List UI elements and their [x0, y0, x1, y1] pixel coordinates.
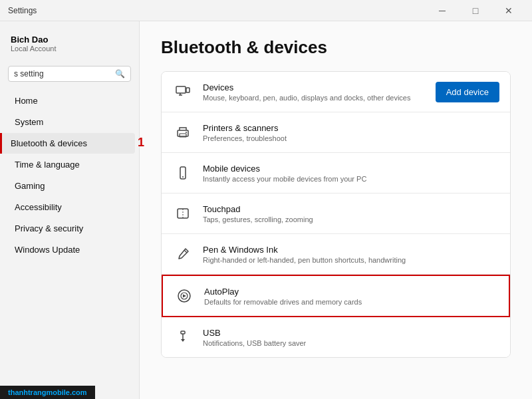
- settings-item-printers[interactable]: Printers & scanners Preferences, trouble…: [162, 112, 510, 153]
- printers-desc: Preferences, troubleshoot: [203, 134, 499, 142]
- devices-title: Devices: [203, 82, 426, 92]
- nav-menu: Home System Bluetooth & devices 1 Time &…: [0, 90, 139, 261]
- app-container: Bich Dao Local Account 🔍 Home System Blu…: [0, 21, 532, 399]
- watermark-text: thanhtrangmobile: [8, 388, 70, 396]
- maximize-button[interactable]: □: [460, 0, 491, 21]
- user-role: Local Account: [11, 45, 128, 53]
- autoplay-text: AutoPlay Defaults for removable drives a…: [204, 287, 498, 306]
- sidebar-item-accessibility[interactable]: Accessibility: [4, 197, 135, 217]
- mobile-desc: Instantly access your mobile devices fro…: [203, 175, 499, 183]
- pen-text: Pen & Windows Ink Right-handed or left-h…: [203, 245, 499, 264]
- svg-rect-14: [181, 331, 185, 334]
- page-title: Bluetooth & devices: [161, 37, 511, 58]
- touchpad-desc: Taps, gestures, scrolling, zooming: [203, 215, 499, 223]
- settings-item-pen[interactable]: Pen & Windows Ink Right-handed or left-h…: [162, 234, 510, 275]
- sidebar-item-gaming[interactable]: Gaming: [4, 176, 135, 196]
- settings-item-touchpad[interactable]: Touchpad Taps, gestures, scrolling, zoom…: [162, 194, 510, 234]
- devices-text: Devices Mouse, keyboard, pen, audio, dis…: [203, 82, 426, 102]
- sidebar: Bich Dao Local Account 🔍 Home System Blu…: [0, 21, 140, 399]
- search-input[interactable]: [14, 69, 111, 78]
- search-icon: 🔍: [115, 69, 125, 78]
- mobile-icon: [172, 162, 194, 184]
- svg-point-6: [186, 132, 187, 133]
- title-bar: Settings ─ □ ✕: [0, 0, 532, 21]
- svg-rect-0: [176, 86, 186, 93]
- minimize-button[interactable]: ─: [427, 0, 458, 21]
- usb-icon: [172, 327, 194, 348]
- user-section: Bich Dao Local Account: [0, 27, 139, 63]
- user-name: Bich Dao: [11, 35, 128, 45]
- touchpad-title: Touchpad: [203, 204, 499, 214]
- touchpad-text: Touchpad Taps, gestures, scrolling, zoom…: [203, 204, 499, 223]
- svg-line-11: [184, 250, 187, 253]
- pen-title: Pen & Windows Ink: [203, 245, 499, 255]
- window-title: Settings: [8, 6, 37, 15]
- svg-rect-9: [178, 209, 188, 218]
- settings-list: Devices Mouse, keyboard, pen, audio, dis…: [161, 71, 511, 358]
- window-controls: ─ □ ✕: [427, 0, 524, 21]
- settings-item-devices[interactable]: Devices Mouse, keyboard, pen, audio, dis…: [162, 72, 510, 112]
- printers-text: Printers & scanners Preferences, trouble…: [203, 123, 499, 142]
- usb-title: USB: [203, 328, 499, 338]
- printers-title: Printers & scanners: [203, 123, 499, 133]
- watermark: thanhtrangmobile.com: [0, 386, 95, 399]
- svg-point-8: [182, 176, 184, 178]
- mobile-title: Mobile devices: [203, 164, 499, 174]
- mobile-text: Mobile devices Instantly access your mob…: [203, 164, 499, 183]
- autoplay-icon: [174, 285, 195, 307]
- printers-icon: [172, 122, 194, 143]
- sidebar-item-system[interactable]: System: [4, 112, 135, 132]
- touchpad-icon: [172, 203, 194, 224]
- search-box[interactable]: 🔍: [8, 66, 131, 82]
- devices-desc: Mouse, keyboard, pen, audio, displays an…: [203, 94, 426, 102]
- usb-desc: Notifications, USB battery saver: [203, 339, 499, 347]
- main-content: Bluetooth & devices Devices Mouse, keybo…: [140, 21, 532, 399]
- sidebar-item-time[interactable]: Time & language: [4, 154, 135, 175]
- add-device-button[interactable]: Add device: [436, 82, 499, 102]
- sidebar-item-updates[interactable]: Windows Update: [4, 239, 135, 260]
- sidebar-item-privacy[interactable]: Privacy & security: [4, 218, 135, 239]
- sidebar-item-bluetooth[interactable]: Bluetooth & devices: [0, 133, 135, 154]
- settings-item-usb[interactable]: USB Notifications, USB battery saver: [162, 317, 510, 357]
- sidebar-item-home[interactable]: Home: [4, 90, 135, 111]
- autoplay-title: AutoPlay: [204, 287, 498, 297]
- settings-item-mobile[interactable]: Mobile devices Instantly access your mob…: [162, 153, 510, 194]
- close-button[interactable]: ✕: [493, 0, 524, 21]
- autoplay-desc: Defaults for removable drives and memory…: [204, 298, 498, 306]
- settings-item-autoplay[interactable]: AutoPlay Defaults for removable drives a…: [162, 275, 510, 317]
- svg-rect-1: [186, 88, 190, 92]
- devices-icon: [172, 81, 194, 102]
- pen-icon: [172, 243, 194, 265]
- watermark-suffix: .com: [70, 388, 87, 396]
- pen-desc: Right-handed or left-handed, pen button …: [203, 256, 499, 264]
- usb-text: USB Notifications, USB battery saver: [203, 328, 499, 347]
